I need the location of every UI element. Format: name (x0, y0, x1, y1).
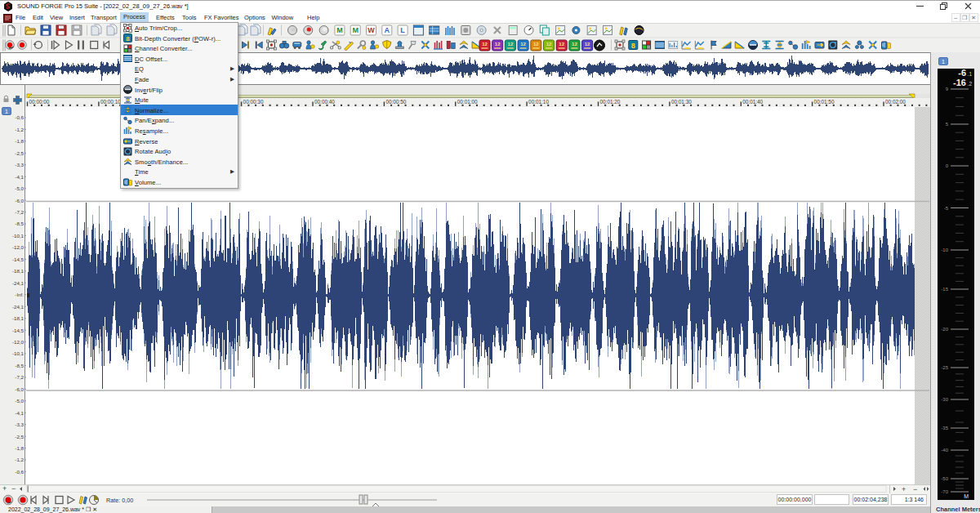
svg-text:-40: -40 (941, 448, 948, 453)
svg-text:-70: -70 (941, 489, 948, 494)
svg-text:8: 8 (126, 35, 130, 42)
svg-text:-6: -6 (958, 68, 966, 78)
svg-text:.2: .2 (968, 81, 973, 87)
svg-text:.1: .1 (968, 71, 973, 77)
svg-text:-5: -5 (944, 206, 949, 211)
svg-text:M: M (964, 493, 969, 499)
svg-text:-16: -16 (953, 78, 966, 87)
svg-text:-20: -20 (941, 327, 948, 332)
svg-text:-15: -15 (941, 287, 948, 292)
svg-text:9: 9 (946, 87, 949, 91)
svg-text:5: 5 (946, 122, 949, 127)
svg-text:-10: -10 (941, 248, 948, 252)
svg-text:Channel Meters: Channel Meters (936, 506, 980, 513)
svg-text:-50: -50 (941, 476, 948, 481)
svg-text:-25: -25 (941, 365, 948, 370)
svg-text:-30: -30 (941, 397, 948, 402)
svg-text:0: 0 (946, 163, 949, 168)
svg-text:-35: -35 (941, 426, 948, 430)
